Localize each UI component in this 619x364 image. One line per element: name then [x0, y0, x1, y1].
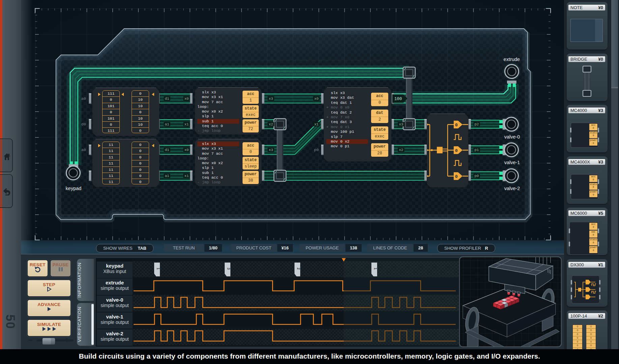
svg-text:1: 1: [156, 268, 160, 270]
svg-text:x0: x0: [184, 97, 189, 101]
svg-text:x2: x2: [269, 122, 273, 126]
svg-text:a1: a1: [165, 122, 169, 126]
svg-text:0: 0: [455, 174, 458, 179]
svg-text:d0: d0: [81, 122, 86, 126]
svg-text:x1: x1: [184, 122, 189, 126]
svg-text:valve-0: valve-0: [504, 134, 520, 140]
svg-text:extrude: extrude: [504, 57, 520, 62]
svg-text:p0: p0: [314, 148, 319, 152]
svg-text:d1: d1: [165, 97, 169, 101]
svg-text:p0: p0: [474, 174, 479, 178]
svg-text:d1: d1: [165, 148, 169, 152]
svg-text:x1: x1: [314, 122, 319, 126]
svg-text:a1: a1: [165, 174, 169, 178]
svg-text:p2: p2: [474, 122, 479, 126]
svg-text:1: 1: [373, 268, 377, 270]
svg-text:valve-1: valve-1: [504, 160, 520, 165]
svg-text:x0: x0: [314, 97, 318, 101]
svg-text:x3: x3: [399, 122, 403, 126]
svg-text:x1: x1: [184, 174, 189, 178]
svg-text:x2: x2: [399, 148, 403, 152]
svg-text:3: 3: [227, 268, 231, 270]
svg-text:0: 0: [455, 123, 458, 128]
svg-text:p1: p1: [474, 148, 479, 152]
svg-text:x3: x3: [269, 148, 273, 152]
svg-text:100: 100: [394, 97, 402, 101]
svg-text:a0: a0: [81, 148, 86, 152]
svg-text:valve-2: valve-2: [504, 186, 520, 191]
svg-text:0: 0: [455, 148, 458, 153]
svg-text:a0: a0: [81, 96, 86, 101]
svg-text:keypad: keypad: [66, 186, 82, 191]
svg-text:x0: x0: [184, 148, 189, 152]
svg-text:x3: x3: [269, 97, 273, 101]
svg-text:2: 2: [297, 268, 301, 270]
